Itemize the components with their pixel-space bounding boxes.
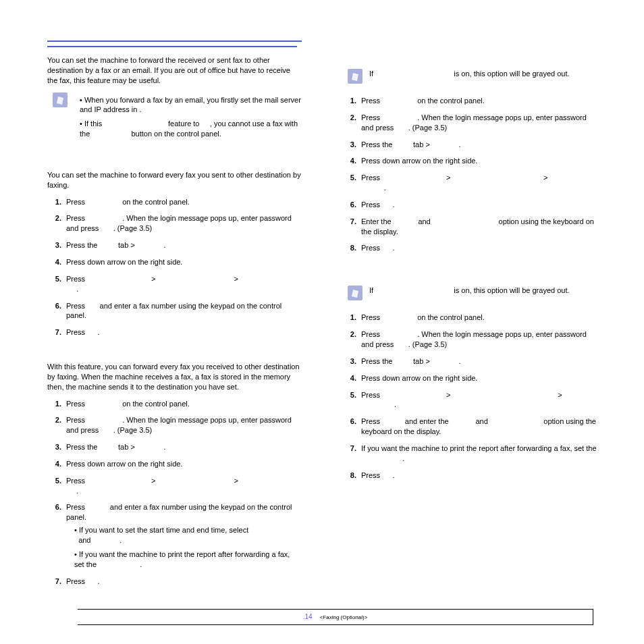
note-text: When you forward a fax by an email, you … <box>74 92 302 143</box>
txt: . <box>76 487 78 495</box>
txt: Press the <box>361 357 392 365</box>
txt: . (Page 3.5) <box>408 340 447 348</box>
step: Press > > . <box>63 274 302 294</box>
txt: . (Page 3.5) <box>113 224 152 232</box>
txt: Press <box>66 198 85 206</box>
txt: . <box>392 244 394 252</box>
step: Press on the control panel. <box>63 399 302 409</box>
txt: and enter a fax number using the keypad … <box>66 302 281 320</box>
txt: When you forward a fax by an email, you … <box>80 96 301 114</box>
txt: Press <box>66 302 85 310</box>
txt: . <box>119 536 122 544</box>
txt: . <box>139 105 141 113</box>
left-column: You can set the machine to forward the r… <box>47 41 302 595</box>
step: Press . <box>358 471 597 481</box>
step: Press > > . <box>63 476 302 496</box>
send-fwd-steps: Press on the control panel. Press . When… <box>47 197 302 338</box>
step: Press . <box>358 200 597 210</box>
step: Press > > . <box>358 390 597 410</box>
txt: and <box>475 417 487 425</box>
email-recv-steps: Press on the control panel. Press . When… <box>342 313 597 480</box>
note-bullet-1: When you forward a fax by an email, you … <box>80 95 302 115</box>
txt: Press <box>66 416 85 424</box>
step: Press . When the login message pops up, … <box>63 415 302 435</box>
txt: Press <box>361 244 380 252</box>
step: Press the tab > . <box>63 240 302 250</box>
txt: option using the keyboard on the display… <box>361 217 594 236</box>
txt: Press <box>66 328 85 336</box>
txt: . <box>392 200 394 209</box>
txt: . When the login message pops up, enter … <box>66 214 292 232</box>
step: If you want the machine to print the rep… <box>358 444 597 464</box>
txt: > <box>151 275 155 283</box>
txt: on the control panel. <box>417 313 485 321</box>
txt: and <box>78 536 90 544</box>
txt: Press the <box>66 241 97 249</box>
step: Press > > . <box>358 173 597 193</box>
txt: > <box>151 477 155 485</box>
subheading-recv-forward <box>47 347 302 355</box>
txt: > <box>558 391 562 399</box>
step: Press on the control panel. <box>358 313 597 323</box>
page-number: .14 <box>303 613 313 620</box>
txt: on the control panel. <box>122 198 190 206</box>
txt: . <box>402 454 404 462</box>
step: Press down arrow on the right side. <box>358 156 597 166</box>
txt: tab > <box>413 357 430 365</box>
txt: . <box>164 241 166 249</box>
txt: Press the <box>66 443 97 451</box>
txt: Press <box>361 173 380 182</box>
txt: Press <box>361 113 380 122</box>
txt: . <box>140 560 142 568</box>
txt: on the control panel. <box>122 400 190 408</box>
txt: Press <box>361 97 380 105</box>
rule-sub <box>47 46 297 47</box>
txt: > <box>543 173 547 182</box>
txt: Press <box>66 400 85 408</box>
sub-bullet: If you want the machine to print the rep… <box>72 549 302 570</box>
txt: . <box>97 328 99 336</box>
step: Press . <box>63 576 302 587</box>
txt: button on the control panel. <box>131 130 221 138</box>
note-box-3: If is on, this option will be grayed out… <box>348 286 597 300</box>
txt: . <box>164 443 166 451</box>
txt: If <box>369 70 373 78</box>
right-column: If is on, this option will be grayed out… <box>342 41 597 595</box>
step: Press and enter a fax number using the k… <box>63 502 302 569</box>
txt: Press <box>361 471 380 479</box>
footer-label: <Faxing (Optional)> <box>320 614 368 620</box>
txt: is on, this option will be grayed out. <box>454 286 569 294</box>
intro-text: You can set the machine to forward the r… <box>47 55 302 86</box>
note-text: If is on, this option will be grayed out… <box>369 69 597 79</box>
sub-bullet: If you want to set the start time and en… <box>72 525 302 545</box>
step: Press the tab > . <box>358 356 597 367</box>
rule-top <box>47 41 302 42</box>
txt: tab > <box>413 140 430 149</box>
txt: . <box>97 577 99 585</box>
email-send-steps: Press on the control panel. Press . When… <box>342 96 597 253</box>
txt: and enter a fax number using the keypad … <box>66 503 292 521</box>
txt: > <box>446 173 450 182</box>
step: Press down arrow on the right side. <box>358 373 597 383</box>
page-footer: .14 <Faxing (Optional)> <box>78 609 593 625</box>
txt: . When the login message pops up, enter … <box>361 113 587 132</box>
txt: tab > <box>118 241 135 249</box>
txt: . When the login message pops up, enter … <box>361 330 587 348</box>
txt: > <box>234 477 238 485</box>
subheading-send-forward <box>47 155 302 163</box>
txt: Press the <box>361 140 392 149</box>
note-icon <box>53 92 68 107</box>
txt: . (Page 3.5) <box>113 426 152 434</box>
step: Press on the control panel. <box>63 197 302 207</box>
txt: If you want to set the start time and en… <box>79 526 248 534</box>
step: Press and enter the and option using the… <box>358 417 597 437</box>
step: Press down arrow on the right side. <box>63 257 302 267</box>
txt: . <box>392 471 394 479</box>
txt: . <box>384 184 386 192</box>
step: Press . When the login message pops up, … <box>358 113 597 133</box>
txt: Press <box>66 577 85 585</box>
step: Press . <box>63 327 302 338</box>
txt: and enter the <box>405 417 449 425</box>
txt: is on, this option will be grayed out. <box>454 70 569 78</box>
txt: Press <box>361 313 380 321</box>
